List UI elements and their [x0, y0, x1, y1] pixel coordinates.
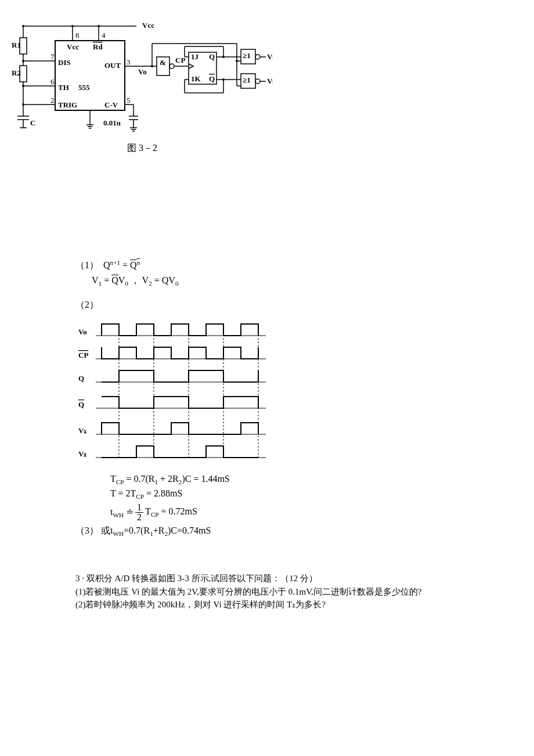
svg-point-61	[255, 79, 260, 84]
label-1k: 1K	[191, 74, 201, 83]
label-pin6: 6	[50, 77, 55, 86]
wf-label-qbar: Q	[78, 400, 84, 409]
label-555: 555	[78, 83, 90, 92]
wf-label-vo: Vo	[78, 327, 87, 336]
waveform-diagram: Vo CP Q Q V₁ V₂	[75, 317, 267, 468]
label-r2: R2	[12, 69, 21, 77]
svg-point-56	[255, 55, 260, 59]
label-1j: 1J	[191, 52, 199, 61]
label-c: C	[30, 118, 35, 127]
circuit-svg: Vcc R1 R2 C 7 6 2 DIS TH TRIG OUT C-V 55…	[12, 12, 273, 139]
part2-label: （2）	[75, 299, 534, 311]
part1-eq2: V1 = QV0 ， V2 = QV0	[92, 275, 534, 287]
svg-point-21	[71, 25, 74, 27]
circuit-diagram: Vcc R1 R2 C 7 6 2 DIS TH TRIG OUT C-V 55…	[12, 12, 273, 139]
label-pin2: 2	[50, 96, 55, 105]
label-pin7: 7	[50, 52, 55, 61]
label-pin5: 5	[127, 96, 131, 105]
svg-point-71	[236, 60, 238, 62]
alt-prefix: 或	[101, 525, 110, 535]
svg-point-70	[151, 65, 153, 67]
label-vcc: Vcc	[142, 21, 154, 30]
q3-title: 3 · 双积分 A/D 转换器如图 3-3 所示,试回答以下问题：（12 分）	[75, 572, 424, 585]
svg-rect-18	[55, 41, 125, 110]
svg-text:V₁: V₁	[267, 52, 273, 61]
label-vccin: Vcc	[67, 42, 79, 51]
q3-q1: (1)若被测电压 Vi 的最大值为 2V,要求可分辨的电压小于 0.1mV,问二…	[75, 585, 424, 599]
eq-tcp: TCP = 0.7(R1 + 2R2)C = 1.44mS	[110, 474, 534, 485]
label-pin3: 3	[127, 57, 131, 66]
label-cv: C-V	[104, 100, 118, 109]
svg-text:≥1: ≥1	[243, 75, 251, 84]
figure-caption: 图 3－2	[12, 142, 273, 154]
label-and: &	[160, 58, 166, 67]
svg-text:Rd: Rd	[93, 42, 103, 51]
svg-text:V₂: V₂	[267, 77, 273, 85]
label-pin8: 8	[75, 31, 80, 39]
svg-text:≥1: ≥1	[243, 51, 251, 60]
question-3-block: 3 · 双积分 A/D 转换器如图 3-3 所示,试回答以下问题：（12 分） …	[75, 572, 424, 611]
wf-label-v2: V₂	[78, 449, 86, 458]
label-q: Q	[209, 52, 215, 61]
eq-twh: tWH ≐ 1 2 TCP = 0.72mS	[110, 503, 534, 522]
wf-label-v1: V₁	[78, 426, 86, 435]
svg-text:Q: Q	[209, 74, 215, 83]
label-dis: DIS	[58, 58, 71, 67]
part1-eq1: （1） Qn+1 = Qn	[75, 259, 534, 272]
label-trig: TRIG	[58, 100, 77, 109]
svg-point-23	[98, 25, 100, 27]
eq-qn1: Qn+1 = Qn	[101, 260, 140, 270]
svg-point-2	[22, 25, 24, 27]
solution-block: （1） Qn+1 = Qn V1 = QV0 ， V2 = QV0 （2） Vo…	[75, 259, 534, 537]
wf-label-q: Q	[78, 374, 84, 383]
label-r1: R1	[12, 41, 21, 49]
part3-line: （3） 或tWH=0.7(R1+R2)C=0.74mS	[75, 525, 534, 537]
label-out: OUT	[104, 61, 121, 70]
label-vo-out: Vo	[138, 67, 147, 76]
q3-q2: (2)若时钟脉冲频率为 200kHz，则对 Vi 进行采样的时间 T₁为多长?	[75, 598, 424, 611]
label-th: TH	[58, 83, 69, 92]
eq-t: T = 2TCP = 2.88mS	[110, 488, 534, 500]
wf-label-cp: CP	[78, 351, 88, 359]
label-01u: 0.01u	[103, 118, 121, 127]
part3-label: （3）	[75, 525, 99, 535]
label-pin4: 4	[102, 31, 106, 39]
waveform-svg: Vo CP Q Q V₁ V₂	[75, 317, 267, 468]
label-cp: CP	[175, 56, 185, 64]
part1-label: （1）	[75, 260, 99, 270]
svg-point-38	[169, 64, 174, 69]
